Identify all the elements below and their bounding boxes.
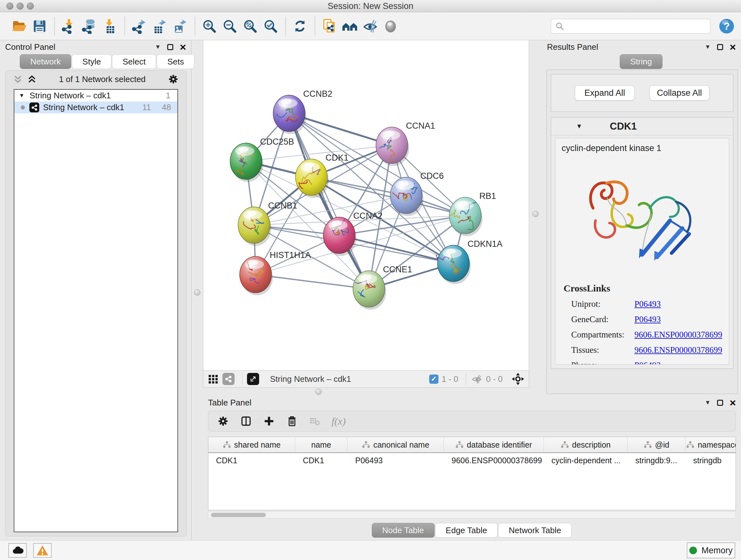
column-header--id[interactable]: @id bbox=[628, 437, 685, 452]
left-splitter[interactable] bbox=[192, 40, 203, 540]
section-expander-icon[interactable]: ▼ bbox=[576, 123, 583, 130]
main-toolbar: ? bbox=[0, 12, 741, 40]
import-table-icon[interactable] bbox=[102, 18, 118, 35]
zoom-selected-icon[interactable] bbox=[262, 18, 279, 35]
panel-close-icon[interactable]: × bbox=[180, 42, 186, 52]
panel-menu-icon[interactable]: ▼ bbox=[704, 44, 711, 51]
table-cell[interactable]: 9606.ENSP00000378699 bbox=[444, 453, 544, 468]
tab-edge-table[interactable]: Edge Table bbox=[435, 523, 498, 538]
crosslink-link[interactable]: P06493 bbox=[634, 299, 661, 309]
refresh-icon[interactable] bbox=[292, 18, 308, 35]
table-cell[interactable]: stringdb:9... bbox=[628, 453, 685, 468]
birds-eye-view-icon[interactable] bbox=[511, 372, 525, 386]
column-header-shared-name[interactable]: shared name bbox=[208, 437, 295, 452]
table-cell[interactable]: CDK1 bbox=[295, 453, 347, 468]
table-horizontal-scrollbar[interactable] bbox=[208, 511, 736, 518]
panel-float-icon[interactable] bbox=[717, 44, 723, 50]
scrollbar-thumb[interactable] bbox=[211, 513, 266, 517]
statusbar-separator bbox=[242, 373, 243, 385]
selected-checkbox-icon[interactable]: ✓ bbox=[429, 374, 439, 384]
zoom-in-icon[interactable] bbox=[201, 18, 218, 35]
export-table-icon[interactable] bbox=[151, 18, 168, 35]
crosslink-row: Pharos:P06493 bbox=[571, 361, 723, 365]
table-cell[interactable]: stringdb bbox=[685, 453, 736, 468]
clone-network-icon[interactable] bbox=[321, 18, 338, 35]
tab-string[interactable]: String bbox=[620, 54, 663, 69]
function-builder-icon: f(x) bbox=[332, 415, 346, 427]
grid-view-icon[interactable] bbox=[207, 373, 219, 385]
network-view-statusbar: String Network – cdk1 ✓ 1 - 0 0 - 0 bbox=[203, 370, 529, 388]
crosslink-row: Compartments:9606.ENSP00000378699 bbox=[571, 330, 723, 340]
tab-network-table[interactable]: Network Table bbox=[498, 523, 571, 538]
zoom-out-icon[interactable] bbox=[221, 18, 238, 35]
right-splitter[interactable] bbox=[529, 40, 542, 388]
help-icon[interactable]: ? bbox=[719, 18, 735, 34]
column-header-description[interactable]: description bbox=[544, 437, 628, 452]
panel-float-icon[interactable] bbox=[167, 44, 173, 50]
memory-button[interactable]: Memory bbox=[687, 543, 735, 558]
tab-sets[interactable]: Sets bbox=[157, 54, 194, 69]
crosslink-link[interactable]: P06493 bbox=[634, 361, 661, 365]
open-session-icon[interactable] bbox=[11, 18, 27, 35]
table-cell[interactable]: CDK1 bbox=[208, 453, 295, 468]
crosslink-link[interactable]: P06493 bbox=[634, 314, 661, 324]
column-header-namespace[interactable]: namespace bbox=[685, 437, 736, 452]
table-cell[interactable]: cyclin-dependent ... bbox=[544, 453, 628, 468]
memory-status-dot bbox=[689, 547, 697, 554]
collapse-all-icon[interactable] bbox=[13, 74, 23, 84]
tab-style[interactable]: Style bbox=[72, 54, 111, 69]
panel-close-icon[interactable]: × bbox=[730, 397, 736, 408]
panel-float-icon[interactable] bbox=[717, 400, 723, 406]
network-row[interactable]: String Network – cdk1 11 48 bbox=[14, 102, 178, 113]
network-edge-CCNB2-CCNE1[interactable] bbox=[289, 113, 369, 289]
column-header-name[interactable]: name bbox=[295, 437, 347, 452]
network-view-icon[interactable] bbox=[222, 373, 234, 385]
statusbar-separator bbox=[466, 373, 466, 385]
table-row[interactable]: CDK1CDK1P064939606.ENSP00000378699cyclin… bbox=[208, 453, 736, 468]
cloud-button[interactable] bbox=[8, 543, 27, 558]
warnings-button[interactable] bbox=[33, 543, 52, 558]
column-header-canonical-name[interactable]: canonical name bbox=[347, 437, 444, 452]
crosslink-link[interactable]: 9606.ENSP00000378699 bbox=[634, 330, 722, 340]
network-node-label: CDC25B bbox=[260, 137, 294, 146]
expand-all-icon[interactable] bbox=[27, 74, 37, 84]
crosslink-link[interactable]: 9606.ENSP00000378699 bbox=[634, 345, 722, 355]
panel-menu-icon[interactable]: ▼ bbox=[704, 399, 711, 406]
first-neighbors-icon[interactable] bbox=[341, 18, 358, 35]
add-column-icon[interactable] bbox=[263, 415, 275, 427]
node-table: shared namenamecanonical namedatabase id… bbox=[208, 437, 736, 510]
network-node-label: CCNA2 bbox=[353, 211, 383, 221]
collapse-all-button[interactable]: Collapse All bbox=[650, 85, 710, 101]
tab-network[interactable]: Network bbox=[20, 54, 71, 69]
tab-select[interactable]: Select bbox=[112, 54, 156, 69]
import-network-icon[interactable] bbox=[61, 18, 77, 35]
splitter-handle[interactable] bbox=[194, 289, 200, 296]
panel-close-icon[interactable]: × bbox=[730, 42, 736, 52]
collection-expander-icon[interactable]: ▼ bbox=[19, 92, 24, 99]
column-header-database-identifier[interactable]: database identifier bbox=[444, 437, 544, 452]
table-settings-gear-icon[interactable] bbox=[217, 415, 229, 427]
export-image-icon[interactable] bbox=[172, 18, 188, 35]
network-canvas[interactable]: CCNB2CCNA1CDC25BCDK1CDC6RB1CCNB1CCNA2CDK… bbox=[203, 40, 529, 370]
show-all-icon[interactable] bbox=[382, 18, 399, 35]
table-cell[interactable]: P06493 bbox=[347, 453, 444, 468]
splitter-handle[interactable] bbox=[532, 211, 539, 217]
hide-selected-icon[interactable] bbox=[362, 18, 379, 35]
panel-menu-icon[interactable]: ▼ bbox=[155, 44, 161, 51]
import-network-from-database-icon[interactable] bbox=[81, 18, 98, 35]
delete-column-icon[interactable] bbox=[286, 415, 298, 427]
network-collection-row[interactable]: ▼ String Network – cdk1 1 bbox=[14, 90, 178, 102]
network-label: String Network – cdk1 bbox=[43, 103, 124, 112]
export-network-icon[interactable] bbox=[131, 18, 147, 35]
save-session-icon[interactable] bbox=[31, 18, 48, 35]
expand-all-button[interactable]: Expand All bbox=[575, 85, 635, 101]
search-box[interactable] bbox=[551, 19, 711, 34]
detach-view-icon[interactable] bbox=[247, 373, 259, 385]
tab-node-table[interactable]: Node Table bbox=[372, 523, 434, 538]
show-columns-icon[interactable] bbox=[240, 415, 252, 427]
zoom-fit-icon[interactable] bbox=[242, 18, 259, 35]
gear-icon[interactable] bbox=[168, 74, 179, 84]
splitter-handle[interactable] bbox=[315, 388, 322, 395]
network-view[interactable]: CCNB2CCNA1CDC25BCDK1CDC6RB1CCNB1CCNA2CDK… bbox=[203, 40, 529, 370]
search-input[interactable] bbox=[564, 21, 706, 31]
